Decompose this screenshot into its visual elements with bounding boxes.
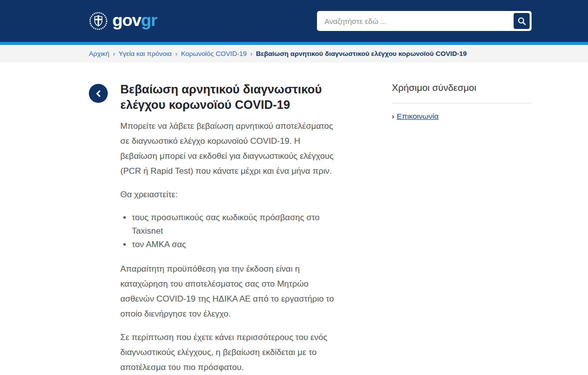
search-button[interactable]: [514, 13, 530, 29]
service-article: Βεβαίωση αρνητικού διαγνωστικού ελέγχου …: [120, 81, 338, 375]
search-input[interactable]: [317, 11, 532, 31]
multiple-tests-paragraph: Σε περίπτωση που έχετε κάνει περισσότερο…: [120, 330, 338, 375]
list-item: τους προσωπικούς σας κωδικούς πρόσβασης …: [132, 211, 338, 238]
breadcrumb-separator: ›: [113, 50, 115, 57]
requirements-list: τους προσωπικούς σας κωδικούς πρόσβασης …: [122, 211, 338, 251]
requirements-label: Θα χρειαστείτε:: [120, 187, 338, 202]
breadcrumb: Αρχική › Υγεία και πρόνοια › Κορωνοϊός C…: [0, 45, 588, 62]
sidebar-divider: [392, 103, 532, 103]
logo-gr: gr: [141, 10, 157, 29]
breadcrumb-separator: ›: [250, 50, 253, 57]
breadcrumb-separator: ›: [175, 50, 178, 57]
page-content: Βεβαίωση αρνητικού διαγνωστικού ελέγχου …: [0, 62, 588, 375]
logo-wordmark: govgr: [112, 11, 157, 30]
list-item: τον ΑΜΚΑ σας: [132, 238, 338, 251]
intro-paragraph: Μπορείτε να λάβετε βεβαίωση αρνητικού απ…: [120, 119, 338, 179]
greek-coat-of-arms-icon: [89, 11, 108, 30]
search-icon: [518, 17, 526, 25]
logo-gov: gov: [112, 10, 141, 29]
page-title: Βεβαίωση αρνητικού διαγνωστικού ελέγχου …: [120, 81, 338, 112]
chevron-right-icon: ›: [392, 112, 394, 120]
sidebar-link-contact[interactable]: › Επικοινωνία: [392, 112, 532, 121]
site-header: govgr: [0, 0, 588, 42]
contact-link[interactable]: Επικοινωνία: [397, 112, 439, 121]
sidebar-title: Χρήσιμοι σύνδεσμοι: [392, 82, 532, 93]
search-box: [317, 11, 532, 31]
govgr-logo[interactable]: govgr: [89, 11, 157, 30]
breadcrumb-link-health[interactable]: Υγεία και πρόνοια: [119, 50, 172, 57]
breadcrumb-link-home[interactable]: Αρχική: [89, 50, 109, 57]
useful-links-sidebar: Χρήσιμοι σύνδεσμοι › Επικοινωνία: [392, 81, 532, 121]
breadcrumb-link-covid[interactable]: Κορωνοϊός COVID-19: [181, 50, 247, 57]
back-button[interactable]: [89, 84, 108, 103]
breadcrumb-current-page: Βεβαίωση αρνητικού διαγνωστικού ελέγχου …: [256, 50, 467, 57]
chevron-left-icon: [95, 90, 102, 97]
precondition-paragraph: Απαραίτητη προϋπόθεση για την έκδοση είν…: [120, 262, 338, 322]
